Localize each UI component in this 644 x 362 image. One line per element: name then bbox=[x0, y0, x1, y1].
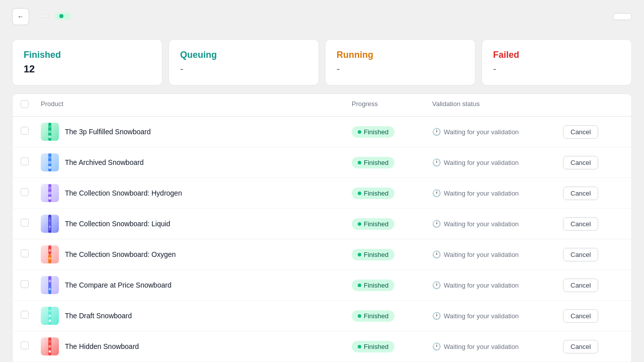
page-header: ← bbox=[0, 0, 644, 33]
row-checkbox-cell bbox=[21, 188, 41, 198]
progress-dot bbox=[358, 192, 361, 195]
product-cell: The Collection Snowboard: Oxygen bbox=[41, 245, 352, 263]
progress-label: Finished bbox=[364, 251, 388, 258]
row-checkbox[interactable] bbox=[21, 188, 29, 196]
refresh-button[interactable] bbox=[596, 14, 608, 20]
validation-text: Waiting for your validation bbox=[444, 312, 519, 320]
stat-label-failed: Failed bbox=[493, 50, 620, 60]
row-checkbox-cell bbox=[21, 249, 41, 259]
stat-label-finished: Finished bbox=[24, 50, 151, 60]
stat-label-running: Running bbox=[337, 50, 464, 60]
product-name: The Compare at Price Snowboard bbox=[65, 281, 172, 289]
cancel-row-button[interactable]: Cancel bbox=[563, 217, 598, 231]
progress-badge: Finished bbox=[352, 157, 394, 168]
progress-badge: Finished bbox=[352, 280, 394, 291]
validation-text: Waiting for your validation bbox=[444, 282, 519, 289]
clock-icon: 🕐 bbox=[432, 128, 441, 136]
validation-cell: 🕐 Waiting for your validation bbox=[432, 189, 563, 197]
product-name: The Archived Snowboard bbox=[65, 158, 143, 166]
product-cell: The Collection Snowboard: Liquid bbox=[41, 215, 352, 233]
products-table: Product Progress Validation status The 3… bbox=[12, 94, 632, 362]
action-cell: Cancel bbox=[563, 156, 623, 169]
row-checkbox[interactable] bbox=[21, 341, 29, 349]
progress-dot bbox=[358, 130, 361, 134]
row-checkbox-cell bbox=[21, 311, 41, 321]
row-checkbox[interactable] bbox=[21, 280, 29, 288]
table-row: The Compare at Price Snowboard Finished … bbox=[13, 270, 631, 301]
cancel-row-button[interactable]: Cancel bbox=[563, 248, 598, 261]
progress-cell: Finished bbox=[352, 280, 432, 291]
clock-icon: 🕐 bbox=[432, 281, 441, 289]
stats-row: Finished 12 Queuing - Running - Failed - bbox=[12, 39, 632, 85]
clock-icon: 🕐 bbox=[432, 220, 441, 228]
validation-cell: 🕐 Waiting for your validation bbox=[432, 158, 563, 166]
row-checkbox-cell bbox=[21, 280, 41, 290]
row-checkbox-cell bbox=[21, 219, 41, 229]
svg-point-28 bbox=[49, 340, 51, 343]
row-checkbox[interactable] bbox=[21, 311, 29, 319]
action-cell: Cancel bbox=[563, 248, 623, 261]
progress-dot bbox=[358, 284, 361, 287]
clock-icon: 🕐 bbox=[432, 312, 441, 320]
progress-dot bbox=[358, 253, 361, 256]
cancel-row-button[interactable]: Cancel bbox=[563, 309, 598, 323]
progress-dot bbox=[358, 222, 361, 226]
action-cell: Cancel bbox=[563, 187, 623, 200]
svg-point-5 bbox=[48, 156, 51, 159]
table-row: The Collection Snowboard: Liquid Finishe… bbox=[13, 209, 631, 239]
validation-text: Waiting for your validation bbox=[444, 220, 519, 228]
product-icon bbox=[41, 184, 59, 202]
product-name: The Draft Snowboard bbox=[65, 312, 132, 320]
select-all-checkbox[interactable] bbox=[21, 100, 29, 108]
product-icon bbox=[41, 276, 59, 294]
progress-cell: Finished bbox=[352, 157, 432, 168]
svg-rect-13 bbox=[49, 217, 51, 231]
table-row: The Collection Snowboard: Oxygen Finishe… bbox=[13, 239, 631, 270]
row-checkbox[interactable] bbox=[21, 127, 29, 135]
progress-badge: Finished bbox=[352, 218, 394, 230]
row-checkbox[interactable] bbox=[21, 157, 29, 165]
col-actions bbox=[563, 100, 623, 110]
progress-label: Finished bbox=[364, 282, 388, 289]
svg-point-25 bbox=[49, 315, 51, 317]
progress-label: Finished bbox=[364, 190, 388, 197]
row-checkbox[interactable] bbox=[21, 249, 29, 257]
svg-point-9 bbox=[48, 187, 51, 190]
validation-cell: 🕐 Waiting for your validation bbox=[432, 312, 563, 320]
cancel-row-button[interactable]: Cancel bbox=[563, 156, 598, 169]
validation-cell: 🕐 Waiting for your validation bbox=[432, 250, 563, 258]
row-checkbox[interactable] bbox=[21, 219, 29, 227]
progress-label: Finished bbox=[364, 343, 388, 350]
svg-point-29 bbox=[49, 345, 51, 348]
validation-cell: 🕐 Waiting for your validation bbox=[432, 128, 563, 136]
product-cell: The Hidden Snowboard bbox=[41, 337, 352, 355]
main-content: Finished 12 Queuing - Running - Failed -… bbox=[0, 33, 644, 362]
svg-point-7 bbox=[48, 166, 51, 169]
product-name: The Collection Snowboard: Liquid bbox=[65, 220, 170, 228]
cancel-button[interactable] bbox=[613, 13, 632, 20]
progress-badge: Finished bbox=[352, 341, 394, 352]
stat-value-queuing: - bbox=[180, 63, 307, 75]
back-button[interactable]: ← bbox=[12, 8, 29, 25]
product-icon bbox=[41, 245, 59, 263]
validation-text: Waiting for your validation bbox=[444, 343, 519, 350]
clock-icon: 🕐 bbox=[432, 158, 441, 166]
cancel-row-button[interactable]: Cancel bbox=[563, 125, 598, 139]
checkbox-header bbox=[21, 100, 41, 110]
product-icon bbox=[41, 307, 59, 325]
col-product: Product bbox=[41, 100, 352, 110]
col-progress: Progress bbox=[352, 100, 432, 110]
stat-value-failed: - bbox=[493, 63, 620, 75]
stat-card-queuing: Queuing - bbox=[169, 39, 319, 85]
progress-badge: Finished bbox=[352, 249, 394, 260]
svg-point-24 bbox=[49, 310, 51, 312]
progress-badge: Finished bbox=[352, 188, 394, 199]
cancel-row-button[interactable]: Cancel bbox=[563, 340, 598, 353]
action-cell: Cancel bbox=[563, 340, 623, 353]
cancel-row-button[interactable]: Cancel bbox=[563, 279, 598, 292]
validation-text: Waiting for your validation bbox=[444, 190, 519, 197]
svg-point-14 bbox=[49, 220, 51, 222]
cancel-row-button[interactable]: Cancel bbox=[563, 187, 598, 200]
validation-cell: 🕐 Waiting for your validation bbox=[432, 281, 563, 289]
svg-point-6 bbox=[48, 161, 51, 164]
